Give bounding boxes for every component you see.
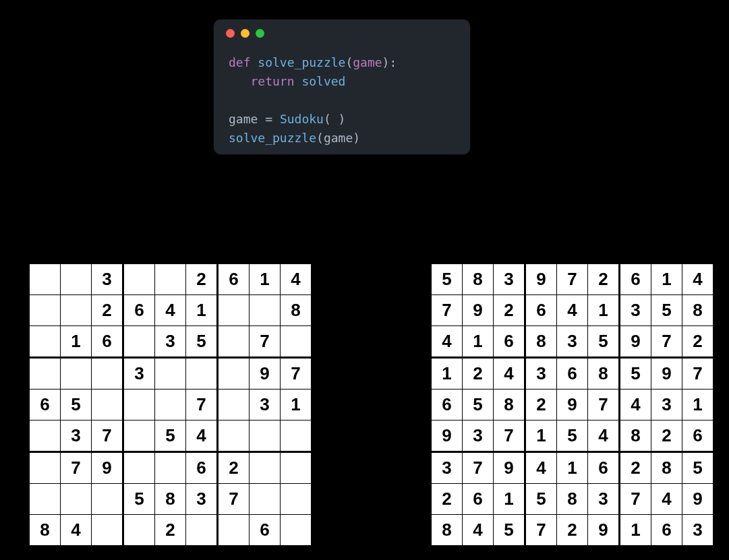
puzzle-cell	[281, 421, 312, 452]
solution-cell: 6	[431, 390, 463, 421]
solution-cell: 6	[525, 295, 557, 326]
puzzle-cell: 2	[186, 263, 218, 295]
solution-cell: 3	[557, 326, 588, 358]
solution-cell: 8	[463, 263, 494, 295]
puzzle-cell	[29, 295, 61, 326]
puzzle-cell: 7	[61, 452, 92, 484]
table-row: 124368597	[431, 358, 714, 390]
puzzle-cell	[123, 421, 155, 452]
solution-cell: 7	[620, 484, 651, 515]
puzzle-cell	[29, 421, 61, 452]
table-row: 7962	[29, 452, 312, 484]
solution-cell: 2	[620, 452, 651, 484]
solution-cell: 8	[651, 452, 682, 484]
call-close: )	[353, 131, 360, 145]
solution-cell: 8	[494, 390, 525, 421]
sudoku-puzzle-grid: 326142641816357397657313754796258378426	[28, 262, 313, 547]
puzzle-cell: 7	[250, 326, 281, 358]
puzzle-cell: 6	[92, 326, 123, 358]
puzzle-cell	[186, 358, 218, 390]
solution-cell: 7	[588, 390, 620, 421]
solution-cell: 5	[620, 358, 651, 390]
puzzle-cell	[281, 515, 312, 547]
puzzle-cell: 6	[250, 515, 281, 547]
solution-cell: 4	[525, 452, 557, 484]
puzzle-cell	[92, 484, 123, 515]
puzzle-cell: 2	[155, 515, 186, 547]
solution-cell: 9	[588, 515, 620, 547]
puzzle-cell: 3	[155, 326, 186, 358]
puzzle-cell: 6	[186, 452, 218, 484]
solution-cell: 9	[525, 263, 557, 295]
puzzle-cell: 4	[186, 421, 218, 452]
assign-lhs: game	[229, 112, 258, 126]
solution-cell: 9	[620, 326, 651, 358]
ctor-parens: ( )	[324, 112, 346, 126]
puzzle-cell	[155, 390, 186, 421]
puzzle-cell: 3	[186, 484, 218, 515]
solution-cell: 5	[682, 452, 714, 484]
puzzle-cell: 1	[186, 295, 218, 326]
puzzle-cell	[29, 452, 61, 484]
window-traffic-lights	[226, 29, 264, 38]
solution-cell: 6	[463, 484, 494, 515]
puzzle-cell	[281, 326, 312, 358]
puzzle-cell: 1	[61, 326, 92, 358]
minimize-icon	[241, 29, 250, 38]
solution-cell: 4	[494, 358, 525, 390]
puzzle-cell	[250, 452, 281, 484]
puzzle-cell: 3	[92, 263, 123, 295]
param: game	[353, 55, 382, 69]
puzzle-cell: 1	[250, 263, 281, 295]
puzzle-cell: 4	[155, 295, 186, 326]
solution-cell: 1	[525, 421, 557, 452]
close-icon	[226, 29, 235, 38]
puzzle-cell	[281, 452, 312, 484]
puzzle-cell	[186, 515, 218, 547]
kw-return: return	[251, 74, 295, 88]
paren-open: (	[345, 55, 353, 69]
table-row: 792641358	[431, 295, 714, 326]
table-row: 5837	[29, 484, 312, 515]
puzzle-cell: 4	[281, 263, 312, 295]
solution-cell: 4	[463, 515, 494, 547]
table-row: 32614	[29, 263, 312, 295]
puzzle-cell	[92, 515, 123, 547]
puzzle-cell	[29, 326, 61, 358]
puzzle-cell	[155, 358, 186, 390]
puzzle-cell: 9	[92, 452, 123, 484]
table-row: 397	[29, 358, 312, 390]
solution-cell: 8	[525, 326, 557, 358]
puzzle-cell	[61, 263, 92, 295]
table-row: 658297431	[431, 390, 714, 421]
zoom-icon	[256, 29, 264, 38]
solution-cell: 8	[620, 421, 651, 452]
table-row: 8426	[29, 515, 312, 547]
solution-cell: 3	[588, 484, 620, 515]
puzzle-cell: 7	[92, 421, 123, 452]
solution-cell: 6	[588, 452, 620, 484]
solution-cell: 4	[431, 326, 463, 358]
solution-cell: 8	[588, 358, 620, 390]
puzzle-cell	[250, 295, 281, 326]
table-row: 583972614	[431, 263, 714, 295]
table-row: 416835972	[431, 326, 714, 358]
solution-cell: 4	[651, 484, 682, 515]
solution-cell: 1	[620, 515, 651, 547]
solution-cell: 3	[651, 390, 682, 421]
table-row: 261583749	[431, 484, 714, 515]
solution-cell: 4	[588, 421, 620, 452]
puzzle-cell	[61, 358, 92, 390]
solution-cell: 2	[588, 263, 620, 295]
puzzle-cell: 2	[92, 295, 123, 326]
solution-cell: 5	[588, 326, 620, 358]
return-val: solved	[301, 74, 345, 88]
solution-cell: 9	[682, 484, 714, 515]
ctor-name: Sudoku	[280, 112, 324, 126]
solution-cell: 7	[651, 326, 682, 358]
sudoku-solution-grid: 5839726147926413584168359721243685976582…	[430, 262, 715, 547]
sudoku-solution-board: 5839726147926413584168359721243685976582…	[430, 262, 715, 547]
puzzle-cell: 6	[29, 390, 61, 421]
solution-cell: 5	[431, 263, 463, 295]
table-row: 937154826	[431, 421, 714, 452]
